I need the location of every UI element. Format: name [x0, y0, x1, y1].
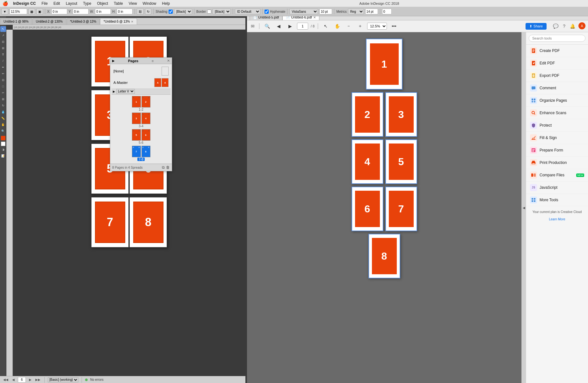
tool-item-fill-sign[interactable]: Fill & Sign: [526, 132, 588, 144]
menu-view[interactable]: View: [126, 1, 140, 6]
learn-more-link[interactable]: Learn More: [526, 217, 588, 221]
pdf-select-btn[interactable]: ↖: [321, 22, 330, 31]
pdf-page-display-3[interactable]: 3: [385, 92, 417, 137]
nav-first-btn[interactable]: ◀◀: [3, 378, 9, 381]
panel-page-thumb-7[interactable]: A 7 A: [132, 146, 141, 157]
page-8[interactable]: 8: [129, 197, 167, 248]
pdf-message-btn[interactable]: ✉: [250, 22, 256, 30]
tool-item-enhance-scans[interactable]: Enhance Scans: [526, 107, 588, 119]
tool-item-more-tools[interactable]: More Tools: [526, 194, 588, 206]
direct-select-tool[interactable]: ↗: [0, 33, 6, 38]
y-input[interactable]: [73, 9, 89, 14]
tool-item-edit-pdf[interactable]: Edit PDF: [526, 57, 588, 70]
nav-last-btn[interactable]: ▶▶: [35, 378, 41, 381]
rotate-tool[interactable]: ↻: [0, 103, 6, 108]
none-thumb[interactable]: [162, 67, 169, 76]
master-a-left-thumb[interactable]: A: [154, 78, 161, 87]
master-a-right-thumb[interactable]: A: [162, 78, 169, 87]
shading-checkbox[interactable]: [169, 10, 173, 14]
hand-tool[interactable]: ✋: [0, 122, 6, 128]
font-size-input[interactable]: [319, 9, 332, 14]
border-color-select[interactable]: [Black]: [213, 9, 231, 14]
pdf-hand-btn[interactable]: ✋: [333, 22, 342, 31]
collapse-panel-btn[interactable]: ◀: [521, 32, 526, 383]
tool-item-export-pdf[interactable]: Export PDF: [526, 70, 588, 82]
apple-menu[interactable]: 🍎: [3, 1, 8, 6]
gradient-tool[interactable]: ◑: [0, 147, 6, 152]
fill-color-swatch[interactable]: [1, 136, 5, 140]
zoom-tool[interactable]: 🔍: [0, 128, 6, 134]
h-input[interactable]: [117, 9, 133, 14]
zoom-input[interactable]: [10, 9, 27, 14]
constrain-btn[interactable]: ⛓: [137, 8, 144, 15]
pdf-page-display-7[interactable]: 7: [385, 187, 417, 231]
pdf-search-btn[interactable]: 🔍: [263, 22, 272, 31]
pdf-prev-page-btn[interactable]: ◀: [274, 22, 283, 31]
free-transform-tool[interactable]: ⊞: [0, 96, 6, 102]
pdf-share-btn[interactable]: ⬆ Share: [526, 23, 547, 30]
style-select[interactable]: Reg: [348, 9, 364, 14]
panel-page-thumb-4[interactable]: A 4 A: [142, 113, 150, 124]
pdf-help-btn[interactable]: ?: [562, 22, 567, 30]
menu-table[interactable]: Table: [111, 1, 126, 6]
panel-delete-btn[interactable]: 🗑: [166, 165, 170, 170]
menu-object[interactable]: Object: [94, 1, 111, 6]
page-7[interactable]: 7: [91, 197, 129, 248]
leading-input[interactable]: [365, 9, 378, 14]
spread-header-select[interactable]: Letter V: [116, 89, 135, 94]
shading-color-select[interactable]: [Black]: [174, 9, 192, 14]
note-tool[interactable]: 📝: [0, 153, 6, 159]
pencil-tool[interactable]: ✏: [0, 71, 6, 77]
menu-indesign[interactable]: InDesign CC: [11, 1, 38, 6]
pdf-page-display-2[interactable]: 2: [352, 92, 383, 137]
pdf-avatar[interactable]: A: [578, 22, 585, 29]
zoom-mode-btn[interactable]: ▦: [28, 8, 35, 15]
pdf-collab-btn[interactable]: 💬: [552, 22, 560, 30]
x-input[interactable]: [51, 9, 67, 14]
w-input[interactable]: [95, 9, 111, 14]
pdf-more-btn[interactable]: •••: [389, 22, 398, 31]
tab-untitled2[interactable]: Untitled-2 @ 130%: [33, 18, 66, 25]
pdf-page-display-5[interactable]: 5: [385, 139, 417, 184]
pdf-zoom-select[interactable]: 12.5%: [367, 23, 387, 30]
tool-item-compare-files[interactable]: Compare Files NEW: [526, 169, 588, 181]
pdf-page-display-6[interactable]: 6: [352, 187, 383, 231]
rect-frame-tool[interactable]: ⊟: [0, 77, 6, 83]
stroke-color-swatch[interactable]: [1, 142, 5, 146]
pages-panel-close[interactable]: ✕: [167, 59, 170, 63]
panel-duplicate-btn[interactable]: ⧉: [162, 165, 165, 170]
pdf-zoom-in-btn[interactable]: ＋: [356, 22, 365, 31]
tab-untitled1[interactable]: Untitled-1 @ 98%: [0, 18, 32, 25]
pen-tool[interactable]: ✒: [0, 64, 6, 70]
view-mode-btn[interactable]: ▣: [36, 8, 43, 15]
page-tool[interactable]: ⊟: [0, 39, 6, 45]
menu-help[interactable]: Help: [159, 1, 172, 6]
line-tool[interactable]: /: [0, 58, 6, 64]
menu-edit[interactable]: Edit: [51, 1, 63, 6]
tool-item-javascript[interactable]: JS JavaScript: [526, 181, 588, 194]
panel-page-thumb-8[interactable]: A 8 A: [142, 146, 150, 157]
text-tool[interactable]: T: [0, 52, 6, 57]
tab-untitled5[interactable]: *Untitled-5 @ 13% ✕: [100, 18, 137, 25]
menu-file[interactable]: File: [39, 1, 50, 6]
nav-next-btn[interactable]: ▶: [28, 378, 32, 381]
tab-untitled3[interactable]: *Untitled-3 @ 13%: [67, 18, 100, 25]
tool-item-create-pdf[interactable]: Create PDF: [526, 45, 588, 57]
menu-window[interactable]: Window: [140, 1, 159, 6]
tools-search-input[interactable]: [529, 35, 585, 42]
selection-tool-btn[interactable]: ▼: [1, 8, 8, 15]
panel-page-thumb-6[interactable]: A 6 A: [142, 129, 150, 141]
measure-tool[interactable]: 📏: [0, 115, 6, 121]
menu-type[interactable]: Type: [80, 1, 94, 6]
current-page-input[interactable]: [18, 377, 26, 383]
tab-close-btn[interactable]: ✕: [131, 20, 134, 23]
pdf-zoom-out-btn[interactable]: －: [344, 22, 353, 31]
pdf-page-display-8[interactable]: 8: [368, 234, 400, 278]
border-checkbox[interactable]: [207, 10, 211, 14]
id-default-select[interactable]: ID Default: [235, 9, 260, 14]
pdf-page-display-1[interactable]: 1: [366, 39, 403, 90]
eyedropper-tool[interactable]: 💧: [0, 109, 6, 115]
panel-page-thumb-3[interactable]: A 3 A: [132, 113, 141, 124]
tool-item-print-production[interactable]: Print Production: [526, 157, 588, 169]
pdf-notify-btn[interactable]: 🔔: [569, 22, 577, 30]
